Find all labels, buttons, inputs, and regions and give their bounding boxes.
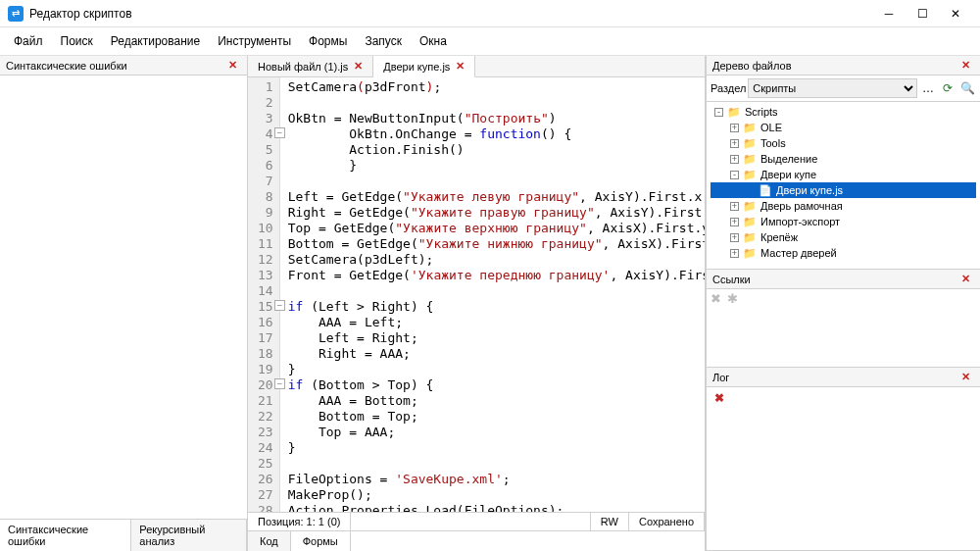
tree-toggle-icon[interactable]: + (730, 155, 739, 164)
refs-header: Ссылки ✕ (707, 270, 980, 289)
menu-Инструменты[interactable]: Инструменты (210, 31, 299, 51)
refs-toolbar: ✖ ✱ (707, 289, 980, 308)
left-bottom-tabs: Синтаксические ошибкиРекурсивный анализ (0, 519, 247, 551)
menu-Окна[interactable]: Окна (412, 31, 455, 51)
status-rw: RW (591, 513, 629, 530)
file-tabs: Новый файл (1).js✕Двери купе.js✕ (248, 56, 705, 77)
tree-label: OLE (760, 122, 782, 133)
tree-label: Двери купе.js (776, 184, 843, 196)
close-button[interactable]: ✕ (939, 2, 972, 25)
syntax-errors-panel: Синтаксические ошибки ✕ Синтаксические о… (0, 56, 248, 551)
file-tree-header: Дерево файлов ✕ (707, 56, 980, 75)
right-panel: Дерево файлов ✕ Раздел Скрипты … ⟳ 🔍 -📁S… (706, 56, 980, 551)
file-tab[interactable]: Двери купе.js✕ (373, 56, 475, 77)
file-tree[interactable]: -📁Scripts+📁OLE+📁Tools+📁Выделение-📁Двери … (707, 102, 980, 269)
menu-Редактирование[interactable]: Редактирование (103, 31, 208, 51)
tree-toggle-icon[interactable]: + (730, 233, 739, 242)
tree-node[interactable]: -📁Двери купе (710, 167, 976, 182)
tree-label: Дверь рамочная (760, 200, 843, 212)
folder-icon: 📁 (743, 137, 757, 150)
maximize-button[interactable]: ☐ (906, 2, 939, 25)
tab-close-icon[interactable]: ✕ (354, 60, 363, 73)
syntax-errors-title: Синтаксические ошибки (6, 60, 127, 72)
folder-icon: 📁 (727, 106, 741, 119)
folder-icon: 📁 (743, 247, 757, 260)
tree-node[interactable]: +📁Мастер дверей (710, 245, 976, 261)
tree-node[interactable]: +📁Крепёж (710, 229, 976, 245)
left-tab[interactable]: Синтаксические ошибки (0, 520, 131, 551)
menubar: ФайлПоискРедактированиеИнструментыФормыЗ… (0, 27, 980, 56)
tree-toggle-icon[interactable]: + (730, 218, 739, 226)
tree-node[interactable]: +📁OLE (710, 120, 976, 135)
line-gutter: 1234567891011121314151617181920212223242… (248, 77, 280, 512)
tab-close-icon[interactable]: ✕ (456, 60, 465, 73)
status-position: Позиция: 1: 1 (0) (248, 513, 351, 530)
delete-icon[interactable]: ✖ (710, 291, 721, 306)
tree-label: Импорт-экспорт (760, 216, 840, 227)
statusbar: Позиция: 1: 1 (0) RW Сохранено (248, 512, 705, 530)
menu-Запуск[interactable]: Запуск (357, 31, 410, 51)
tree-node[interactable]: -📁Scripts (710, 104, 976, 120)
tree-label: Крепёж (760, 231, 798, 243)
log-body: ✖ (707, 387, 980, 550)
tree-node[interactable]: 📄Двери купе.js (710, 182, 976, 198)
search-icon[interactable]: 🔍 (958, 79, 976, 97)
titlebar: ⇄ Редактор скриптов ─ ☐ ✕ (0, 0, 980, 27)
tree-toggle-icon[interactable]: + (730, 124, 739, 132)
tree-toolbar: Раздел Скрипты … ⟳ 🔍 (707, 75, 980, 102)
editor-bottom-tabs: КодФормы (248, 530, 705, 551)
folder-icon: 📁 (743, 153, 757, 166)
menu-Файл[interactable]: Файл (6, 31, 51, 51)
left-tab[interactable]: Рекурсивный анализ (131, 520, 247, 551)
syntax-errors-body (0, 75, 247, 519)
tree-node[interactable]: +📁Tools (710, 135, 976, 151)
code-area[interactable]: SetCamera(p3dFront); OkBtn = NewButtonIn… (280, 77, 705, 512)
tree-label: Выделение (760, 153, 817, 165)
tree-toggle-icon[interactable]: + (730, 249, 739, 258)
folder-icon: 📁 (743, 216, 757, 228)
tree-toggle-icon[interactable]: - (730, 171, 739, 179)
close-icon[interactable]: ✕ (957, 59, 974, 72)
more-icon[interactable]: … (919, 79, 937, 97)
file-tree-title: Дерево файлов (712, 60, 792, 72)
close-icon[interactable]: ✕ (957, 273, 974, 285)
menu-Поиск[interactable]: Поиск (53, 31, 101, 51)
log-header: Лог ✕ (707, 368, 980, 387)
folder-icon: 📁 (743, 169, 757, 181)
section-select[interactable]: Скрипты (748, 78, 917, 98)
tree-node[interactable]: +📁Выделение (710, 151, 976, 167)
tree-label: Tools (760, 137, 786, 149)
tree-toggle-icon[interactable] (746, 186, 755, 195)
file-icon: 📄 (759, 184, 772, 197)
link-icon[interactable]: ✱ (727, 291, 738, 306)
refs-title: Ссылки (712, 274, 751, 285)
log-title: Лог (712, 372, 729, 383)
status-saved: Сохранено (629, 513, 705, 530)
file-tab[interactable]: Новый файл (1).js✕ (248, 56, 373, 76)
menu-Формы[interactable]: Формы (301, 31, 355, 51)
window-title: Редактор скриптов (29, 7, 872, 21)
app-icon: ⇄ (8, 6, 24, 22)
tree-node[interactable]: +📁Дверь рамочная (710, 198, 976, 214)
tree-toggle-icon[interactable]: + (730, 139, 739, 148)
tree-toggle-icon[interactable]: - (714, 108, 723, 117)
status-spacer (351, 513, 590, 530)
main-area: Синтаксические ошибки ✕ Синтаксические о… (0, 56, 980, 551)
refs-body (707, 308, 980, 367)
folder-icon: 📁 (743, 231, 757, 244)
clear-log-icon[interactable]: ✖ (710, 391, 728, 405)
bottom-tab[interactable]: Формы (291, 531, 351, 551)
section-label: Раздел (710, 82, 746, 94)
close-icon[interactable]: ✕ (957, 371, 974, 383)
tree-node[interactable]: +📁Импорт-экспорт (710, 214, 976, 229)
close-icon[interactable]: ✕ (224, 59, 241, 72)
minimize-button[interactable]: ─ (872, 2, 906, 25)
code-editor[interactable]: 1234567891011121314151617181920212223242… (248, 77, 705, 512)
tree-label: Мастер дверей (760, 247, 837, 259)
syntax-errors-header: Синтаксические ошибки ✕ (0, 56, 247, 75)
refresh-icon[interactable]: ⟳ (939, 79, 956, 97)
tree-label: Двери купе (760, 169, 816, 180)
bottom-tab[interactable]: Код (248, 531, 291, 551)
tree-toggle-icon[interactable]: + (730, 202, 739, 211)
tree-label: Scripts (745, 106, 778, 118)
